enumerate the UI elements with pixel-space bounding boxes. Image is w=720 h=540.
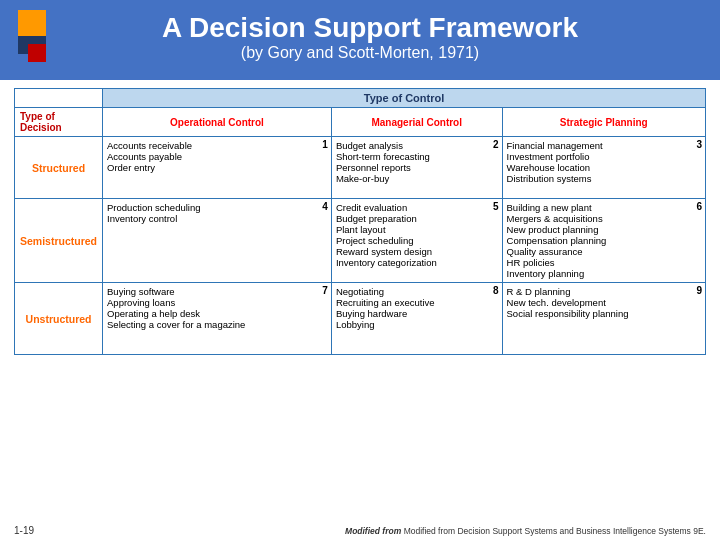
page-number: 1-19 <box>14 525 34 536</box>
unstruct-op-cell: 7 Buying softwareApproving loansOperatin… <box>103 283 332 355</box>
framework-table: Type of Control Type of Decision Operati… <box>14 88 706 355</box>
cell-number: 5 <box>493 201 499 212</box>
cell-number: 4 <box>322 201 328 212</box>
cell-number: 9 <box>696 285 702 296</box>
page-subtitle: (by Gory and Scott-Morten, 1971) <box>20 44 700 62</box>
structured-mgr-cell: 2 Budget analysisShort-term forecastingP… <box>331 137 502 199</box>
footer: 1-19 Modified from Modified from Decisio… <box>14 525 706 536</box>
col-type-header: Type of Decision <box>15 108 103 137</box>
unstruct-mgr-cell: 8 NegotiatingRecruiting an executiveBuyi… <box>331 283 502 355</box>
semi-mgr-cell: 5 Credit evaluationBudget preparationPla… <box>331 199 502 283</box>
empty-header <box>15 89 103 108</box>
unstruct-strat-cell: 9 R & D planningNew tech. developmentSoc… <box>502 283 705 355</box>
structured-strat-cell: 3 Financial managementInvestment portfol… <box>502 137 705 199</box>
table-row: Semistructured 4 Production schedulingIn… <box>15 199 706 283</box>
table-row: Unstructured 7 Buying softwareApproving … <box>15 283 706 355</box>
decoration-red <box>28 44 46 62</box>
header: A Decision Support Framework (by Gory an… <box>0 0 720 80</box>
cell-number: 2 <box>493 139 499 150</box>
row-type-unstructured: Unstructured <box>15 283 103 355</box>
table-row: Structured 1 Accounts receivableAccounts… <box>15 137 706 199</box>
cell-number: 8 <box>493 285 499 296</box>
cell-number: 3 <box>696 139 702 150</box>
col-op-header: Operational Control <box>103 108 332 137</box>
decoration-orange <box>18 10 46 38</box>
control-header: Type of Control <box>103 89 706 108</box>
semi-strat-cell: 6 Building a new plantMergers & acquisit… <box>502 199 705 283</box>
row-type-structured: Structured <box>15 137 103 199</box>
citation: Modified from Modified from Decision Sup… <box>345 526 706 536</box>
structured-op-cell: 1 Accounts receivableAccounts payableOrd… <box>103 137 332 199</box>
cell-number: 7 <box>322 285 328 296</box>
col-strat-header: Strategic Planning <box>502 108 705 137</box>
semi-op-cell: 4 Production schedulingInventory control <box>103 199 332 283</box>
cell-number: 6 <box>696 201 702 212</box>
row-type-semistructured: Semistructured <box>15 199 103 283</box>
content-area: Type of Control Type of Decision Operati… <box>0 80 720 359</box>
col-mgr-header: Managerial Control <box>331 108 502 137</box>
cell-number: 1 <box>322 139 328 150</box>
page-title: A Decision Support Framework <box>40 12 700 44</box>
